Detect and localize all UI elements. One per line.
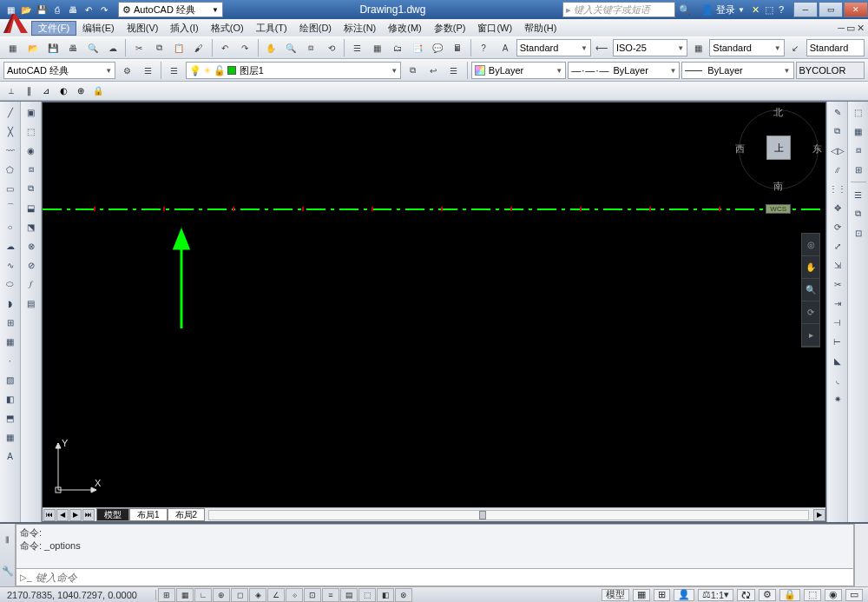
tablestyle-combo[interactable]: Standard▼ <box>709 39 784 56</box>
open-btn[interactable]: 📂 <box>23 38 42 57</box>
erase-tool[interactable]: ✎ <box>829 103 846 121</box>
toggle-qp[interactable]: ⬚ <box>358 588 376 602</box>
toggle-osnap[interactable]: ◻ <box>231 588 248 602</box>
fullnav-btn[interactable]: ◎ <box>802 234 819 256</box>
mdi-close[interactable]: ✕ <box>857 23 865 34</box>
menu-view[interactable]: 视图(V) <box>121 22 165 35</box>
menu-param[interactable]: 参数(P) <box>428 22 472 35</box>
toggle-tpy[interactable]: ▤ <box>340 588 358 602</box>
scale-tool[interactable]: ⤢ <box>829 237 846 255</box>
menu-modify[interactable]: 修改(M) <box>382 22 428 35</box>
toggle-snap[interactable]: ⊞ <box>158 588 175 602</box>
layer-states-btn[interactable]: ☰ <box>444 61 464 80</box>
hardware-accel-icon[interactable]: ⬚ <box>804 589 821 601</box>
ws-save-btn[interactable]: ☰ <box>138 61 157 80</box>
ws-settings-btn[interactable]: ⚙ <box>117 61 136 80</box>
workspace-selector[interactable]: ⚙ AutoCAD 经典 ▼ <box>118 2 223 17</box>
ws-switch-icon[interactable]: ⚙ <box>759 589 776 601</box>
r6[interactable]: ⧉ <box>850 205 867 222</box>
do2[interactable]: ⬚ <box>23 122 40 140</box>
help-icon[interactable]: ? <box>779 4 784 15</box>
mdi-restore[interactable]: ▭ <box>846 23 855 34</box>
table-tool[interactable]: ▦ <box>2 428 19 446</box>
exchange-icon[interactable]: ✕ <box>752 4 760 16</box>
search-input[interactable]: ▸ 键入关键字或短语 <box>562 2 675 17</box>
offset-tool[interactable]: ⫽ <box>829 161 846 178</box>
tab-next[interactable]: ▶ <box>69 509 82 521</box>
explode-tool[interactable]: ✷ <box>829 390 846 407</box>
do7[interactable]: ⬔ <box>23 218 40 235</box>
do11[interactable]: ▤ <box>23 294 40 312</box>
spline-tool[interactable]: ∿ <box>2 256 19 274</box>
toggle-dyn[interactable]: ⊡ <box>304 588 321 602</box>
ellipsearc-tool[interactable]: ◗ <box>2 294 19 312</box>
revcloud-tool[interactable]: ☁ <box>2 237 19 255</box>
viewcube-top[interactable]: 上 <box>766 136 791 160</box>
toggle-lwt[interactable]: ≡ <box>322 588 339 602</box>
cleanscreen-icon[interactable]: ▭ <box>845 589 863 601</box>
command-input[interactable] <box>36 572 850 584</box>
layer-combo[interactable]: 💡 ☀ 🔓 图层1 ▼ <box>186 62 401 79</box>
do4[interactable]: ⧈ <box>23 161 40 178</box>
toggle-sc[interactable]: ◧ <box>377 588 394 602</box>
r5[interactable]: ☰ <box>850 186 867 203</box>
extend-tool[interactable]: ⇥ <box>829 294 846 312</box>
do10[interactable]: 𝑓 <box>23 275 40 293</box>
chamfer-tool[interactable]: ◣ <box>829 352 846 369</box>
c4[interactable]: ◐ <box>56 83 71 99</box>
cmd-scrollbar[interactable] <box>854 524 868 586</box>
linetype-combo[interactable]: — · — · — ByLayer▼ <box>568 62 680 79</box>
break-tool[interactable]: ⊣ <box>829 314 846 331</box>
xline-tool[interactable]: ╳ <box>2 122 19 140</box>
menu-dim[interactable]: 标注(N) <box>338 22 382 35</box>
zoomwin-btn[interactable]: ⧈ <box>302 38 320 57</box>
r4[interactable]: ⊞ <box>850 161 867 178</box>
plot-icon[interactable]: 🖶 <box>66 3 80 17</box>
copy-btn[interactable]: ⧉ <box>150 38 168 57</box>
zoomprev-btn[interactable]: ⟲ <box>322 38 340 57</box>
redo-btn[interactable]: ↷ <box>236 38 254 57</box>
toggle-ducs[interactable]: ⟐ <box>286 588 303 602</box>
hatch-tool[interactable]: ▨ <box>2 371 19 388</box>
login-button[interactable]: 👤 登录 ▼ <box>701 3 745 17</box>
search-icon[interactable]: 🔍 <box>679 4 691 16</box>
toggle-3dosnap[interactable]: ◈ <box>249 588 266 602</box>
do3[interactable]: ◉ <box>23 142 40 159</box>
annoscale-user-icon[interactable]: 👤 <box>674 589 694 601</box>
dimstyle-btn[interactable]: ⟵ <box>593 38 611 57</box>
r2[interactable]: ▦ <box>850 122 867 140</box>
region-tool[interactable]: ⬒ <box>2 409 19 427</box>
command-history[interactable]: 命令: 命令: _options <box>16 524 854 569</box>
menu-help[interactable]: 帮助(H) <box>518 22 562 35</box>
c6[interactable]: 🔒 <box>90 83 106 99</box>
textstyle-btn[interactable]: A <box>496 38 515 57</box>
properties-btn[interactable]: ☰ <box>348 38 366 57</box>
circle-tool[interactable]: ○ <box>2 218 19 235</box>
join-tool[interactable]: ⊢ <box>829 333 846 350</box>
dcenter-btn[interactable]: ▦ <box>368 38 386 57</box>
coordinates[interactable]: 2170.7835, 1040.7297, 0.0000 <box>0 590 156 600</box>
lineweight-combo[interactable]: ByLayer▼ <box>681 62 793 79</box>
move-tool[interactable]: ✥ <box>829 199 846 216</box>
tab-first[interactable]: ⏮ <box>43 509 56 521</box>
tablestyle-btn[interactable]: ▦ <box>689 38 707 57</box>
r1[interactable]: ⬚ <box>850 103 867 121</box>
link-icon[interactable]: ⬚ <box>765 4 773 16</box>
menu-draw[interactable]: 绘图(D) <box>293 22 338 35</box>
isolate-icon[interactable]: ◉ <box>825 589 842 601</box>
toggle-grid[interactable]: ▦ <box>176 588 194 602</box>
menu-tools[interactable]: 工具(T) <box>250 22 293 35</box>
do6[interactable]: ⬓ <box>23 199 40 216</box>
markup-btn[interactable]: 💬 <box>428 38 446 57</box>
layer-iso-btn[interactable]: ⧉ <box>403 61 422 80</box>
pline-tool[interactable]: 〰 <box>2 142 19 159</box>
copy-tool[interactable]: ⧉ <box>829 122 846 140</box>
annoscale-sync-icon[interactable]: 🗘 <box>737 589 755 601</box>
c5[interactable]: ⊕ <box>73 83 89 99</box>
wrench-icon[interactable]: 🔧 <box>2 566 14 577</box>
undo-icon[interactable]: ↶ <box>82 3 95 17</box>
toggle-ortho[interactable]: ∟ <box>194 588 212 602</box>
do8[interactable]: ⊗ <box>23 237 40 255</box>
model-space-label[interactable]: 模型 <box>602 589 629 601</box>
layout2-tab[interactable]: 布局2 <box>168 508 206 521</box>
